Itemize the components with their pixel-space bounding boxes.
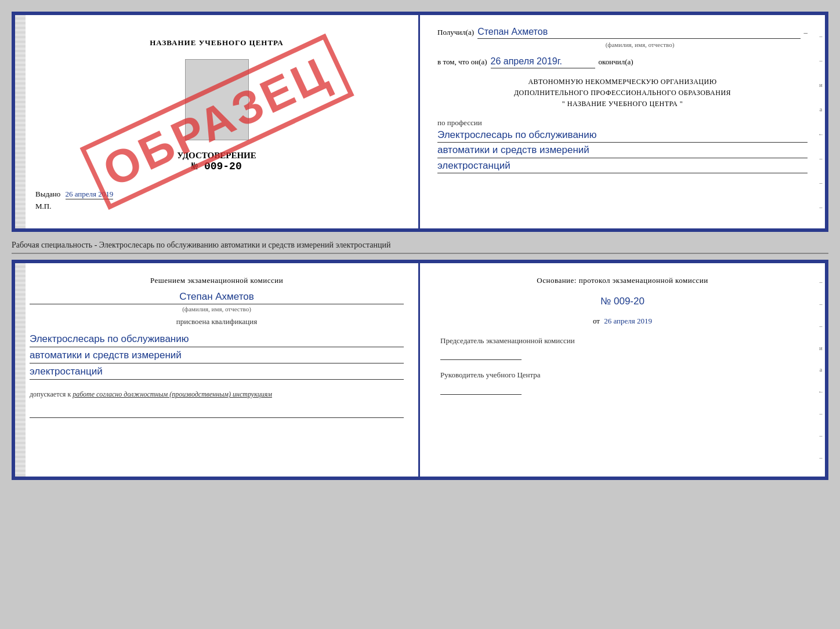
in-that-row: в том, что он(а) 26 апреля 2019г. окончи… <box>437 56 808 68</box>
qualification-section: Электрослесарь по обслуживанию автоматик… <box>30 331 404 380</box>
chairman-sig-line <box>440 346 522 360</box>
bottom-cert-left-page: Решением экзаменационной комиссии Степан… <box>15 263 420 477</box>
protocol-date-value: 26 апреля 2019 <box>604 317 652 325</box>
top-certificate-spread: НАЗВАНИЕ УЧЕБНОГО ЦЕНТРА УДОСТОВЕРЕНИЕ №… <box>12 12 828 232</box>
top-cert-right-page: Получил(а) Степан Ахметов – (фамилия, им… <box>420 15 825 228</box>
cert-issued-row: Выдано 26 апреля 2019 <box>35 190 113 199</box>
profession-section: по профессии Электрослесарь по обслужива… <box>437 118 808 174</box>
bottom-name-section: Степан Ахметов (фамилия, имя, отчество) <box>30 291 404 312</box>
mp-label: М.П. <box>35 202 51 211</box>
cert-doc-number: № 009-20 <box>191 161 241 172</box>
bottom-name-sub: (фамилия, имя, отчество) <box>182 306 251 312</box>
top-cert-left-page: НАЗВАНИЕ УЧЕБНОГО ЦЕНТРА УДОСТОВЕРЕНИЕ №… <box>15 15 420 228</box>
org-line1: АВТОНОМНУЮ НЕКОММЕРЧЕСКУЮ ОРГАНИЗАЦИЮ <box>437 77 808 88</box>
chairman-label: Председатель экзаменационной комиссии <box>440 335 805 347</box>
bottom-cert-right-page: Основание: протокол экзаменационной коми… <box>420 263 825 477</box>
allowed-section: допускается к работе согласно должностны… <box>30 390 404 399</box>
allowed-label: допускается к <box>30 390 71 398</box>
qual-line3: электростанций <box>30 363 404 380</box>
right-side-dashes: – – и а ← – – – <box>817 15 825 228</box>
org-line3: " НАЗВАНИЕ УЧЕБНОГО ЦЕНТРА " <box>437 99 808 110</box>
profession-line3: электростанций <box>437 158 808 174</box>
received-sub: (фамилия, имя, отчество) <box>472 41 808 48</box>
cert-school-title: НАЗВАНИЕ УЧЕБНОГО ЦЕНТРА <box>150 38 284 48</box>
received-name: Степан Ахметов <box>477 27 800 39</box>
page-container: НАЗВАНИЕ УЧЕБНОГО ЦЕНТРА УДОСТОВЕРЕНИЕ №… <box>12 12 828 480</box>
issued-label: Выдано <box>35 190 60 198</box>
bottom-certificate-spread: Решением экзаменационной комиссии Степан… <box>12 260 828 480</box>
bottom-left-sig-line <box>30 406 404 418</box>
bottom-right-dashes: – – – и а ← – – – <box>817 263 825 477</box>
photo-area <box>185 59 249 140</box>
spine-decoration <box>15 15 26 228</box>
qual-line2: автоматики и средств измерений <box>30 347 404 363</box>
qual-line1: Электрослесарь по обслуживанию <box>30 331 404 347</box>
protocol-date-prefix: от <box>593 317 600 325</box>
basis-title: Основание: протокол экзаменационной коми… <box>440 275 805 286</box>
issued-date: 26 апреля 2019 <box>66 190 114 199</box>
finished-label: окончил(а) <box>599 57 633 67</box>
in-that-label: в том, что он(а) <box>437 57 487 67</box>
decision-title: Решением экзаменационной комиссии <box>30 275 404 286</box>
director-section: Руководитель учебного Центра <box>440 369 805 395</box>
profession-line1: Электрослесарь по обслуживанию <box>437 128 808 143</box>
in-that-date: 26 апреля 2019г. <box>491 56 595 68</box>
bottom-spine-decoration <box>15 263 26 477</box>
received-label: Получил(а) <box>437 28 474 37</box>
bottom-name: Степан Ахметов <box>30 291 404 304</box>
profession-line2: автоматики и средств измерений <box>437 143 808 158</box>
director-sig-line <box>440 381 522 395</box>
assigned-label: присвоена квалификация <box>30 317 404 326</box>
middle-specialty-text: Рабочая специальность - Электрослесарь п… <box>12 238 828 254</box>
cert-doc-title: УДОСТОВЕРЕНИЕ <box>177 151 256 161</box>
chairman-section: Председатель экзаменационной комиссии <box>440 335 805 361</box>
director-label: Руководитель учебного Центра <box>440 369 805 381</box>
profession-label: по профессии <box>437 118 808 128</box>
received-row: Получил(а) Степан Ахметов – <box>437 27 808 39</box>
protocol-date: от 26 апреля 2019 <box>440 317 805 326</box>
org-text: АВТОНОМНУЮ НЕКОММЕРЧЕСКУЮ ОРГАНИЗАЦИЮ ДО… <box>437 77 808 110</box>
protocol-number: № 009-20 <box>440 296 805 307</box>
allowed-value: работе согласно должностным (производств… <box>73 390 272 398</box>
org-line2: ДОПОЛНИТЕЛЬНОГО ПРОФЕССИОНАЛЬНОГО ОБРАЗО… <box>437 88 808 99</box>
